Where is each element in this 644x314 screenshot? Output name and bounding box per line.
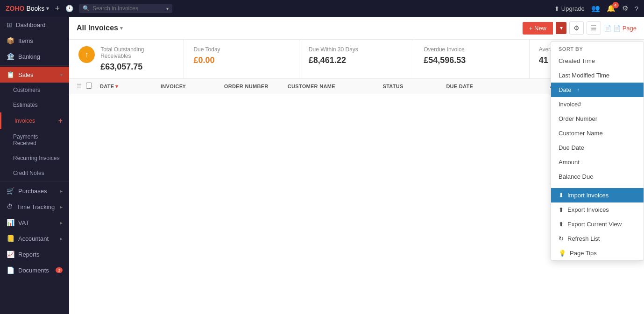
th-status[interactable]: STATUS (383, 84, 446, 89)
sort-option-amount[interactable]: Amount (551, 155, 644, 169)
action-page-tips[interactable]: 💡 Page Tips (551, 246, 644, 260)
logo-books: Books (26, 5, 44, 12)
new-button-dropdown[interactable]: ▾ (556, 22, 566, 34)
sidebar-label-sales: Sales (18, 71, 57, 78)
settings-button[interactable]: ⚙ (622, 4, 628, 13)
dropdown-divider-1 (551, 186, 644, 186)
due-today-value: £0.00 (193, 56, 289, 65)
settings-toolbar-button[interactable]: ⚙ (569, 21, 584, 35)
sort-option-customer-name[interactable]: Customer Name (551, 126, 644, 140)
th-cols-toggle[interactable]: ☰ (77, 83, 86, 90)
contacts-icon-button[interactable]: 👥 (591, 4, 600, 13)
sidebar-item-purchases[interactable]: 🛒 Purchases ▸ (0, 183, 69, 199)
new-button[interactable]: + New (523, 22, 553, 35)
sort-dropdown-menu: SORT BY Created Time Last Modified Time … (551, 41, 644, 261)
app-logo[interactable]: ZOHO Books ▾ (6, 5, 49, 12)
items-icon: 📦 (7, 37, 14, 44)
vat-icon: 📊 (7, 219, 14, 226)
sort-balance-due-label: Balance Due (559, 173, 593, 180)
export-current-view-icon: ⬆ (559, 221, 564, 228)
search-dropdown-icon[interactable]: ▾ (166, 6, 169, 11)
action-export-invoices[interactable]: ⬆ Export Invoices (551, 202, 644, 217)
topbar-add-button[interactable]: + (55, 4, 60, 13)
th-duedate-label: DUE DATE (446, 84, 473, 89)
sidebar-item-reports[interactable]: 📈 Reports (0, 246, 69, 262)
sort-amount-label: Amount (559, 159, 580, 166)
sidebar-item-documents[interactable]: 📄 Documents 3 (0, 262, 69, 278)
sidebar-item-time-tracking[interactable]: ⏱ Time Tracking ▸ (0, 199, 69, 215)
total-outstanding-icon: ↑ (78, 46, 95, 63)
help-button[interactable]: ? (635, 5, 638, 13)
sidebar-item-customers[interactable]: Customers (0, 83, 69, 98)
list-view-button[interactable]: ☰ (587, 21, 601, 35)
sidebar-item-accountant[interactable]: 📒 Accountant ▸ (0, 230, 69, 246)
page-label-icon: 📄 (604, 25, 611, 32)
sidebar-item-sales[interactable]: 📋 Sales ▾ (0, 67, 69, 83)
th-order[interactable]: ORDER NUMBER (224, 84, 288, 89)
th-order-label: ORDER NUMBER (224, 84, 269, 89)
th-checkbox[interactable] (86, 83, 100, 90)
overdue-value: £54,596.53 (424, 56, 519, 65)
page-title-dropdown-icon[interactable]: ▾ (120, 25, 123, 31)
th-date-sort-icon: ▾ (115, 84, 118, 90)
sidebar-item-credit-notes[interactable]: Credit Notes (0, 166, 69, 181)
sidebar-label-payments-received: Payments Received (13, 133, 63, 147)
topbar-history-icon[interactable]: 🕐 (65, 5, 73, 12)
logo-dropdown-arrow[interactable]: ▾ (46, 6, 49, 12)
sidebar-item-estimates[interactable]: Estimates (0, 98, 69, 112)
sidebar-label-customers: Customers (13, 87, 63, 93)
page-label[interactable]: 📄 📄 Page (604, 25, 637, 32)
import-invoices-icon: ⬇ (559, 192, 564, 199)
th-date[interactable]: DATE ▾ (100, 84, 161, 90)
sidebar-item-recurring-invoices[interactable]: Recurring Invoices (0, 151, 69, 166)
sidebar-item-dashboard[interactable]: ⊞ Dashboard (0, 17, 69, 33)
sort-option-order-number[interactable]: Order Number (551, 112, 644, 126)
th-invoice[interactable]: INVOICE# (161, 84, 224, 89)
sort-option-last-modified[interactable]: Last Modified Time (551, 68, 644, 83)
sort-date-arrow: ↑ (577, 87, 579, 92)
header-right: + New ▾ ⚙ ☰ 📄 📄 Page (523, 21, 637, 35)
select-all-checkbox[interactable] (86, 83, 92, 89)
th-invoice-label: INVOICE# (161, 84, 186, 89)
sidebar-label-recurring-invoices: Recurring Invoices (13, 155, 63, 161)
stat-due-30: Due Within 30 Days £8,461.22 (299, 40, 414, 78)
upgrade-button[interactable]: ⬆ Upgrade (554, 5, 584, 12)
sidebar-item-vat[interactable]: 📊 VAT ▸ (0, 215, 69, 230)
sidebar-item-invoices[interactable]: Invoices + (0, 112, 69, 129)
sort-option-due-date[interactable]: Due Date (551, 140, 644, 155)
action-refresh-list[interactable]: ↻ Refresh List (551, 231, 644, 246)
notifications-button[interactable]: 🔔 4 (607, 4, 616, 13)
due-30-label: Due Within 30 Days (309, 46, 404, 53)
page-tips-icon: 💡 (559, 250, 566, 257)
sort-option-balance-due[interactable]: Balance Due (551, 169, 644, 184)
notification-badge: 4 (612, 2, 619, 8)
action-import-invoices[interactable]: ⬇ Import Invoices (551, 188, 644, 202)
sales-arrow: ▾ (60, 72, 63, 77)
sidebar-item-payments-received[interactable]: Payments Received (0, 129, 69, 151)
sort-created-time-label: Created Time (559, 57, 595, 64)
sidebar-label-vat: VAT (18, 219, 57, 226)
th-duedate[interactable]: DUE DATE (446, 84, 510, 89)
sort-option-created-time[interactable]: Created Time (551, 54, 644, 68)
purchases-icon: 🛒 (7, 187, 14, 195)
export-current-view-label: Export Current View (567, 221, 622, 228)
logo-zoho: ZOHO (6, 5, 24, 12)
invoices-add-icon[interactable]: + (58, 117, 63, 125)
sort-last-modified-label: Last Modified Time (559, 72, 609, 79)
search-icon: 🔍 (83, 5, 90, 12)
sort-invoice-num-label: Invoice# (559, 101, 581, 108)
sort-option-invoice-num[interactable]: Invoice# (551, 97, 644, 112)
sales-icon: 📋 (7, 71, 14, 78)
search-input[interactable] (92, 5, 163, 12)
refresh-list-label: Refresh List (567, 235, 600, 242)
th-status-label: STATUS (383, 84, 403, 89)
action-export-current-view[interactable]: ⬆ Export Current View (551, 217, 644, 231)
sidebar-item-items[interactable]: 📦 Items (0, 33, 69, 49)
th-customer[interactable]: CUSTOMER NAME (288, 84, 383, 89)
sort-option-date[interactable]: Date ↑ (551, 83, 644, 97)
sidebar-label-dashboard: Dashboard (16, 21, 63, 28)
import-invoices-label: Import Invoices (567, 192, 609, 199)
sidebar-item-banking[interactable]: 🏦 Banking (0, 49, 69, 64)
sidebar-label-documents: Documents (18, 267, 52, 274)
main-content: All Invoices ▾ + New ▾ ⚙ ☰ 📄 📄 Page SORT… (69, 17, 644, 314)
